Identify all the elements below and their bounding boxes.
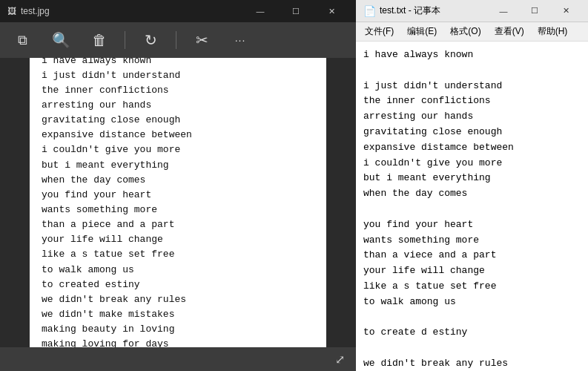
notepad-menubar: 文件(F) 编辑(E) 格式(O) 查看(V) 帮助(H) (356, 22, 588, 42)
image-bottom-bar: ⤢ (0, 347, 356, 371)
copy-icon: ⧉ (18, 33, 27, 48)
image-file-icon: 🖼 (7, 6, 16, 16)
poem-line: gravitating close enough (42, 113, 314, 128)
poem-line: than a piece and a part (42, 217, 314, 232)
delete-icon: 🗑 (92, 32, 107, 49)
image-viewer-titlebar: 🖼 test.jpg — ☐ ✕ (0, 0, 356, 22)
minimize-button-left[interactable]: — (243, 0, 277, 22)
copy-tool-button[interactable]: ⧉ (9, 27, 36, 53)
poem-line: arresting our hands (42, 98, 314, 113)
menu-edit[interactable]: 编辑(E) (401, 24, 443, 39)
poem-line: making beauty in loving (42, 322, 314, 337)
crop-tool-button[interactable]: ✂ (188, 27, 215, 53)
poem-text: i have always knowni just didn't underst… (42, 58, 314, 347)
notepad-title: test.txt - 记事本 (380, 4, 440, 17)
poem-line: we didn't break any rules (42, 292, 314, 307)
window-controls-right: — ☐ ✕ (489, 0, 581, 22)
poem-line: to created estiny (42, 278, 314, 292)
rotate-icon: ↻ (145, 31, 157, 49)
titlebar-left-section: 🖼 test.jpg (7, 6, 50, 16)
image-viewer-panel: 🖼 test.jpg — ☐ ✕ ⧉ 🔍 🗑 ↻ ✂ ··· (0, 0, 356, 371)
menu-view[interactable]: 查看(V) (489, 24, 530, 39)
poem-line: i just didn't understand (42, 68, 314, 83)
notepad-panel: 📄 test.txt - 记事本 — ☐ ✕ 文件(F) 编辑(E) 格式(O)… (356, 0, 588, 371)
toolbar-divider-2 (176, 31, 176, 49)
minimize-button-right[interactable]: — (489, 0, 518, 22)
crop-icon: ✂ (196, 31, 208, 49)
menu-format[interactable]: 格式(O) (444, 24, 486, 39)
rotate-tool-button[interactable]: ↻ (137, 27, 164, 53)
poem-line: the inner conflictions (42, 83, 314, 98)
image-display-area: i have always knowni just didn't underst… (0, 58, 356, 347)
poem-line: i couldn't give you more (42, 142, 314, 157)
notepad-text-content[interactable]: i have always known i just didn't unders… (356, 42, 588, 371)
expand-icon[interactable]: ⤢ (331, 350, 348, 368)
poem-line: we didn't make mistakes (42, 307, 314, 322)
close-button-left[interactable]: ✕ (314, 0, 348, 22)
maximize-button-left[interactable]: ☐ (279, 0, 313, 22)
poem-line: wants something more (42, 203, 314, 217)
poem-line: like a s tatue set free (42, 247, 314, 262)
poem-line: i have always known (42, 58, 314, 68)
image-toolbar: ⧉ 🔍 🗑 ↻ ✂ ··· (0, 22, 356, 58)
close-button-right[interactable]: ✕ (551, 0, 581, 22)
poem-line: but i meant everything (42, 158, 314, 173)
poem-line: making loving for days (42, 337, 314, 347)
poem-line: to walk among us (42, 263, 314, 278)
notepad-titlebar: 📄 test.txt - 记事本 — ☐ ✕ (356, 0, 588, 22)
menu-help[interactable]: 帮助(H) (532, 24, 574, 39)
image-filename: test.jpg (21, 6, 50, 16)
toolbar-divider (125, 31, 125, 49)
menu-file[interactable]: 文件(F) (359, 24, 400, 39)
more-icon: ··· (235, 34, 246, 46)
zoom-tool-button[interactable]: 🔍 (47, 27, 74, 53)
poem-image: i have always knowni just didn't underst… (30, 58, 326, 347)
delete-tool-button[interactable]: 🗑 (86, 27, 113, 53)
notepad-icon: 📄 (363, 5, 375, 17)
zoom-icon: 🔍 (52, 31, 70, 49)
poem-line: when the day comes (42, 173, 314, 188)
poem-line: your life will change (42, 232, 314, 247)
notepad-title-section: 📄 test.txt - 记事本 (363, 4, 440, 17)
maximize-button-right[interactable]: ☐ (520, 0, 549, 22)
poem-line: you find your heart (42, 188, 314, 203)
window-controls-left: — ☐ ✕ (243, 0, 348, 22)
more-tool-button[interactable]: ··· (227, 27, 254, 53)
poem-line: expansive distance between (42, 128, 314, 142)
